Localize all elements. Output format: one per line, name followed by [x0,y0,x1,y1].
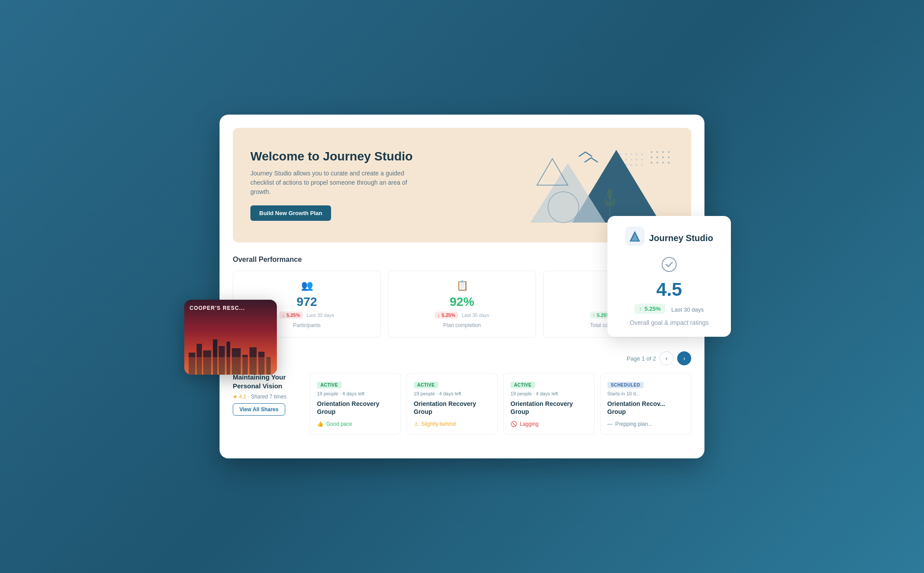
svg-point-2 [630,153,632,155]
prev-page-button[interactable]: ‹ [659,351,674,365]
plan-meta-4: Starts in 10 d... [607,391,684,396]
journey-card-title: Journey Studio [649,233,713,243]
float-journey-card: Journey Studio 4.5 ↑ 5.25% Last 30 days … [607,216,731,337]
featured-plan-title: Maintaining Your Personal Vision [233,373,303,390]
svg-point-32 [656,162,658,164]
plan-status-2: ⚠ Slightly behind [414,421,491,427]
svg-point-20 [607,189,612,199]
journey-last30: Last 30 days [671,306,704,313]
float-cooper-card: COOPER'S RESC... [184,300,277,375]
cooper-label: COOPER'S RESC... [190,305,245,311]
completion-trend: ↓ 5.25% [435,312,458,319]
star-icon: ★ [233,394,238,400]
plan-title-2: Orientation Recovery Group [414,400,491,416]
participants-icon: 👥 [242,280,372,291]
svg-point-6 [625,159,627,160]
arrow-up-icon: ↑ [592,313,595,318]
plan-meta-2: 19 people · 4 days left [414,391,491,396]
prep-icon: — [607,421,613,427]
plan-cards-list: ACTIVE 19 people · 4 days left Orientati… [309,373,691,435]
journey-trend: ↑ 5.25% [634,304,665,314]
featured-plan-info: Maintaining Your Personal Vision ★ 4.1 ·… [233,373,303,416]
svg-point-28 [656,156,658,158]
arrow-down-icon: ↓ [282,313,285,318]
journey-subtitle: Overall goal & impact ratings [620,319,719,326]
plan-status-4: — Prepping plan... [607,421,684,427]
plan-featured-area: Maintaining Your Personal Vision ★ 4.1 ·… [233,373,691,435]
plan-badge-4: SCHEDULED [607,382,644,388]
svg-point-37 [662,257,676,272]
plan-meta-1: 19 people · 4 days left [317,391,394,396]
plan-status-3: 🚫 Lagging [510,421,587,427]
plan-title-4: Orientation Recov... Group [607,400,684,416]
hero-content: Welcome to Journey Studio Journey Studio… [250,149,524,221]
arrow-down-icon-2: ↓ [437,313,440,318]
svg-point-30 [668,156,670,158]
svg-point-8 [636,159,637,160]
svg-point-9 [641,159,643,160]
participants-trend: ↓ 5.25% [279,312,303,319]
svg-point-23 [651,151,652,153]
svg-point-13 [636,164,637,166]
completion-icon: 📋 [397,280,527,291]
svg-point-29 [662,156,664,158]
svg-point-33 [662,162,664,164]
plan-badge-2: ACTIVE [414,382,439,388]
build-growth-plan-button[interactable]: Build New Growth Plan [250,205,331,221]
good-pace-icon: 👍 [317,421,324,427]
check-badge-icon [620,257,719,275]
svg-point-14 [641,164,643,166]
hero-description: Journey Studio allows you to curate and … [250,169,427,197]
plan-card-2: ACTIVE 19 people · 4 days left Orientati… [406,373,498,435]
trend-arrow-icon: ↑ [639,305,642,312]
plan-badge-1: ACTIVE [317,382,342,388]
svg-point-12 [630,164,632,166]
svg-point-25 [662,151,664,153]
metric-completion: 📋 92% ↓ 5.25% Last 30 days Plan completi… [388,271,536,338]
svg-point-7 [630,159,632,160]
svg-point-24 [656,151,658,153]
svg-point-4 [641,153,643,155]
journey-logo-icon [625,227,645,246]
svg-point-34 [668,162,670,164]
featured-plan-rating: ★ 4.1 · Shared 7 times [233,394,303,400]
svg-point-27 [651,156,652,158]
svg-point-1 [625,153,627,155]
pagination-label: Page 1 of 2 [627,355,656,362]
plan-badge-3: ACTIVE [510,382,535,388]
plans-section: Plans Page 1 of 2 ‹ › Maintaining Your P… [233,351,691,435]
hero-title: Welcome to Journey Studio [250,149,524,164]
main-container: Welcome to Journey Studio Journey Studio… [220,115,704,458]
completion-label: Plan completion [397,322,527,328]
plan-title-1: Orientation Recovery Group [317,400,394,416]
svg-point-0 [620,153,622,155]
svg-point-31 [651,162,652,164]
pagination: Page 1 of 2 ‹ › [627,351,692,365]
completion-value: 92% [397,295,527,309]
plan-status-1: 👍 Good pace [317,421,394,427]
svg-point-26 [668,151,670,153]
journey-card-header: Journey Studio [620,227,719,249]
svg-point-3 [636,153,637,155]
plan-title-3: Orientation Recovery Group [510,400,587,416]
view-all-shares-button[interactable]: View All Shares [233,403,285,416]
plan-card-3: ACTIVE 19 people · 4 days left Orientati… [503,373,595,435]
hero-illustration [524,145,674,225]
plans-header: Plans Page 1 of 2 ‹ › [233,351,691,366]
svg-rect-50 [184,357,277,375]
slightly-behind-icon: ⚠ [414,421,419,427]
journey-rating-value: 4.5 [620,279,719,300]
lagging-icon: 🚫 [510,421,517,427]
next-page-button[interactable]: › [677,351,691,365]
plan-card-4: SCHEDULED Starts in 10 d... Orientation … [600,373,692,435]
plan-meta-3: 19 people · 4 days left [510,391,587,396]
plan-card-1: ACTIVE 19 people · 4 days left Orientati… [309,373,401,435]
cooper-image: COOPER'S RESC... [184,300,277,375]
